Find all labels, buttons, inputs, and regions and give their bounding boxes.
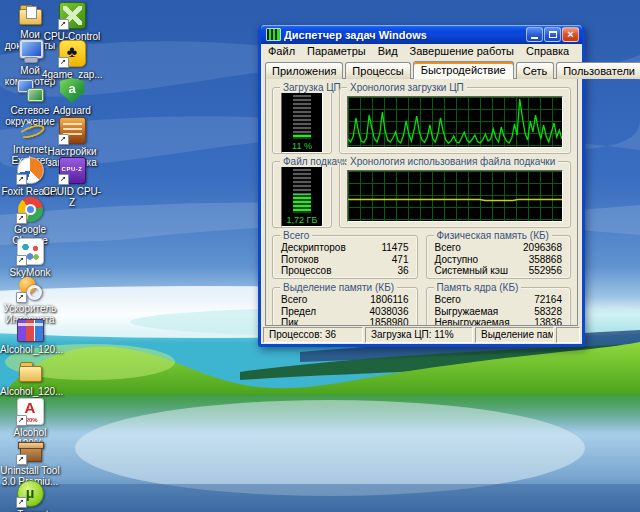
4game-icon [59, 40, 86, 67]
minimize-button[interactable] [526, 27, 543, 42]
stat-label: Всего [435, 294, 461, 306]
group-label: Хронология загрузки ЦП [347, 82, 467, 93]
stat-value: 13836 [534, 317, 562, 326]
group-label: Выделение памяти (КБ) [280, 282, 397, 293]
menu-file[interactable]: Файл [262, 45, 301, 57]
status-commit-charge: Выделение памяти: 1763МБ / 6 [475, 327, 554, 343]
status-spacer [556, 327, 580, 343]
pagefile-history-group: Хронология использования файла подкачки [339, 161, 571, 228]
desktop-icon-cpuid-cpuz[interactable]: CPUID CPU-Z [42, 157, 102, 208]
shortcut-arrow-icon [58, 174, 69, 185]
group-label: Физическая память (КБ) [434, 230, 552, 241]
stat-value: 2096368 [523, 242, 562, 254]
tab-applications[interactable]: Приложения [265, 62, 343, 79]
cpu-history-graph [347, 96, 563, 148]
desktop-icon-label: Alcohol_120... [0, 344, 60, 355]
stat-label: Потоков [281, 254, 319, 266]
desktop-icon-4game[interactable]: 4game_zap... [42, 40, 102, 80]
cpu-history-group: Хронология загрузки ЦП [339, 87, 571, 154]
shortcut-arrow-icon [16, 415, 27, 426]
adguard-icon [60, 78, 85, 103]
cpu-usage-group: Загрузка ЦП 11 % [272, 87, 332, 154]
network-places-icon [18, 78, 43, 103]
shortcut-arrow-icon [16, 255, 27, 266]
physical-memory-group: Физическая память (КБ) Всего2096368 Дост… [426, 235, 572, 279]
task-manager-icon [266, 28, 281, 41]
stat-label: Предел [281, 306, 316, 318]
status-cpu-usage: Загрузка ЦП: 11% [365, 327, 473, 343]
shortcut-arrow-icon [16, 174, 27, 185]
pagefile-usage-group: Файл подкачки 1,72 ГБ [272, 161, 332, 228]
kernel-memory-group: Память ядра (КБ) Всего72164 Выгружаемая5… [426, 287, 572, 326]
desktop-icon-alcohol-folder[interactable]: Alcohol_120... [0, 359, 60, 397]
stat-label: Всего [281, 294, 307, 306]
shortcut-arrow-icon [16, 454, 27, 465]
stat-value: 552956 [529, 265, 562, 277]
commit-charge-group: Выделение памяти (КБ) Всего1806116 Преде… [272, 287, 418, 326]
desktop-icon-cpu-control[interactable]: CPU-Control [42, 2, 102, 42]
stat-value: 1806116 [370, 294, 408, 306]
stat-label: Выгружаемая [435, 306, 499, 318]
group-label: Память ядра (КБ) [434, 282, 522, 293]
totals-group: Всего Дескрипторов11475 Потоков471 Проце… [272, 235, 418, 279]
uninstall-tool-icon [18, 438, 43, 463]
group-label: Всего [280, 230, 312, 241]
stat-label: Пик [281, 317, 298, 326]
desktop-icon-alcohol-archive[interactable]: Alcohol_120... [0, 317, 60, 355]
tab-processes[interactable]: Процессы [345, 62, 410, 79]
tab-networking[interactable]: Сеть [516, 62, 554, 79]
stat-value: 36 [397, 265, 408, 277]
desktop-icon-label: CPUID CPU-Z [42, 186, 102, 208]
menu-bar: Файл Параметры Вид Завершение работы Спр… [261, 44, 582, 58]
stat-label: Доступно [435, 254, 479, 266]
menu-options[interactable]: Параметры [301, 45, 372, 57]
shortcut-arrow-icon [16, 497, 27, 508]
rar-archive-icon [17, 319, 44, 342]
folder-icon [18, 359, 43, 384]
status-bar: Процессов: 36 Загрузка ЦП: 11% Выделение… [261, 326, 582, 344]
desktop-icon-utorrent[interactable]: µTorrent [0, 480, 60, 512]
stat-value: 4038036 [370, 306, 409, 318]
cpu-control-icon [59, 2, 86, 29]
internet-booster-icon [18, 276, 43, 301]
menu-help[interactable]: Справка [520, 45, 575, 57]
stat-value: 358868 [529, 254, 562, 266]
group-label: Хронология использования файла подкачки [347, 156, 558, 167]
shortcut-arrow-icon [58, 134, 69, 145]
cpu-usage-value: 11 % [292, 141, 312, 151]
google-chrome-icon [18, 197, 43, 222]
desktop-icon-adguard[interactable]: Adguard [42, 78, 102, 116]
alcohol-120-icon [17, 398, 44, 425]
stat-value: 58328 [534, 306, 562, 318]
stat-label: Системный кэш [435, 265, 508, 277]
menu-view[interactable]: Вид [372, 45, 404, 57]
window-title: Диспетчер задач Windows [284, 29, 525, 41]
skymonk-icon [17, 238, 44, 265]
menu-shutdown[interactable]: Завершение работы [404, 45, 520, 57]
stat-value: 72164 [534, 294, 562, 306]
close-button[interactable]: × [562, 27, 579, 42]
close-icon: × [567, 29, 573, 39]
performance-tab-page: Загрузка ЦП 11 % Хронология загрузки ЦП … [265, 78, 578, 326]
shortcut-arrow-icon [16, 292, 27, 303]
task-manager-window: Диспетчер задач Windows × Файл Параметры… [258, 25, 585, 347]
stat-value: 471 [392, 254, 409, 266]
pagefile-usage-meter: 1,72 ГБ [281, 165, 323, 227]
desktop-icon-skymonk[interactable]: SkyMonk [0, 238, 60, 278]
stat-label: Дескрипторов [281, 242, 346, 254]
tab-performance[interactable]: Быстродействие [413, 61, 514, 79]
stat-value: 11475 [381, 242, 408, 254]
internet-explorer-icon [18, 117, 43, 142]
maximize-button[interactable] [544, 27, 561, 42]
cpu-usage-meter: 11 % [281, 91, 323, 153]
tab-users[interactable]: Пользователи [556, 62, 640, 79]
foxit-reader-icon [17, 157, 44, 184]
pagefile-usage-value: 1,72 ГБ [287, 215, 318, 225]
titlebar[interactable]: Диспетчер задач Windows × [261, 25, 582, 44]
boot-settings-icon [59, 117, 86, 144]
utorrent-icon [17, 480, 44, 507]
stat-label: Невыгружаемая [435, 317, 510, 326]
shortcut-arrow-icon [58, 19, 69, 30]
maximize-icon [549, 31, 557, 38]
cpuid-cpuz-icon [59, 157, 86, 184]
